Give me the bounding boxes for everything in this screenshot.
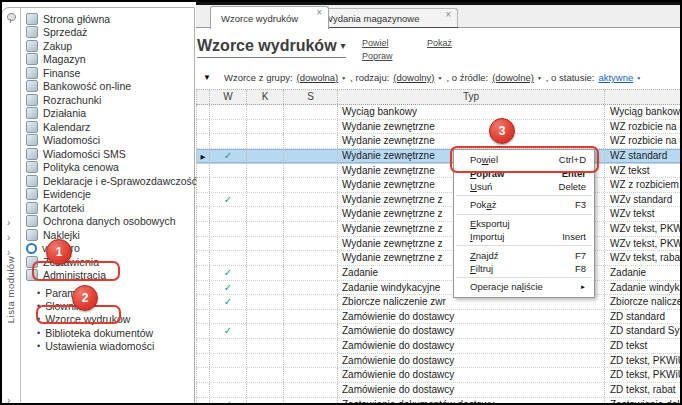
cell-s (284, 295, 338, 309)
sidebar-item-bankowosc-on-line[interactable]: Bankowość on-line (21, 80, 197, 94)
caret-down-icon: ▼ (438, 75, 443, 81)
cell-w: ✓ (210, 266, 247, 280)
table-row[interactable]: ✓ Zestawienie dokumentów dostawy Zestawi… (196, 398, 682, 405)
sidebar-subitem-slowniki[interactable]: • Słowniki (21, 299, 197, 312)
check-icon: ✓ (224, 267, 232, 278)
cell-typ: Zamówienie do dostawcy (338, 324, 605, 338)
filter-funnel-icon[interactable]: ▼ (203, 73, 211, 82)
filter-value-status[interactable]: aktywne▼ (598, 72, 641, 83)
table-row[interactable]: Wydanie zewnętrzne z WZv tekst, rabat (196, 251, 682, 266)
sidebar-item-vendero[interactable]: vendero (21, 242, 197, 256)
column-header-indicator[interactable] (196, 90, 210, 104)
personal-data-protection-icon (26, 215, 38, 227)
pin-icon[interactable] (7, 13, 16, 21)
cell-s (284, 178, 338, 192)
table-row[interactable]: Zamówienie do dostawcy ZD tekst, PKWiU (196, 368, 682, 383)
sidebar-subitem-wzorce-wydrukow[interactable]: • Wzorce wydruków (21, 313, 197, 326)
table-row[interactable]: ▶ ✓ Wydanie zewnętrzne WZ standard (196, 149, 682, 164)
menu-item-eksportuj[interactable]: Eksportuj (454, 217, 594, 230)
caret-down-icon: ▼ (636, 75, 641, 81)
table-row[interactable]: Wydanie zewnętrzne z WZv tekst, PKWi (196, 222, 682, 237)
menu-item-popraw[interactable]: Popraw Enter (454, 166, 594, 179)
table-row[interactable]: Zamówienie do dostawcy ZD tekst, rabat (196, 383, 682, 398)
sidebar-item-wiadomosci[interactable]: Wiadomości (21, 134, 197, 148)
menu-item-usun[interactable]: Usuń Delete (454, 180, 594, 193)
sidebar-item-ochrona-danych[interactable]: Ochrona danych osobowych (21, 215, 197, 229)
cell-k (247, 164, 284, 178)
cell-k (247, 207, 284, 221)
sidebar-subitem-parametry[interactable]: • Parametry (21, 286, 197, 299)
sidebar-item-strona-glowna[interactable]: Strona główna (21, 12, 197, 26)
table-row[interactable]: Zamówienie do dostawcy ZD tekst, PKWiU (196, 354, 682, 369)
cell-name: ZD standard Sym (605, 324, 682, 338)
column-header-s[interactable]: S (284, 90, 338, 104)
filter-value-rodzaj[interactable]: (dowolny)▼ (393, 72, 442, 83)
pokaz-link[interactable]: Pokaż (427, 38, 452, 48)
sidebar-item-deklaracje[interactable]: Deklaracje i e-Sprawozdawczość (21, 174, 197, 188)
filter-value-grupa[interactable]: (dowolna)▼ (297, 72, 347, 83)
column-header-w[interactable]: W (210, 90, 247, 104)
table-row[interactable]: Zamówienie do dostawcy ZD tekst (196, 339, 682, 354)
table-row[interactable]: Wydanie zewnętrzne WZ rozbicie na do (196, 120, 682, 135)
menu-item-importuj[interactable]: Importuj Insert (454, 230, 594, 243)
column-header-k[interactable]: K (247, 90, 284, 104)
table-row[interactable]: ✓ Zadanie windykacyjne Zadanie windykac (196, 281, 682, 296)
cell-s (284, 310, 338, 324)
sidebar-item-dzialania[interactable]: Działania (21, 107, 197, 121)
sidebar-subitem-biblioteka-dokumentow[interactable]: • Biblioteka dokumentów (21, 326, 197, 339)
sidebar-item-zakup[interactable]: Zakup (21, 39, 197, 53)
menu-item-znajdz[interactable]: Znajdź F7 (454, 248, 594, 261)
sidebar-item-administracja[interactable]: Administracja (21, 269, 197, 283)
cell-name: ZD tekst (605, 339, 682, 353)
sidebar-subitem-label: Wzorce wydruków (45, 313, 130, 325)
sidebar-item-sprzedaz[interactable]: Sprzedaż (21, 26, 197, 40)
sidebar-item-ewidencje[interactable]: Ewidencje (21, 188, 197, 202)
sidebar-item-label: Kartoteki (43, 202, 84, 214)
chevron-right-icon: › (7, 396, 10, 405)
sidebar-item-zestawienia[interactable]: Zestawienia (21, 255, 197, 269)
close-icon[interactable]: × (316, 7, 322, 19)
sidebar-item-kartoteki[interactable]: Kartoteki (21, 201, 197, 215)
cell-k (247, 251, 284, 265)
sidebar-item-label: Administracja (43, 269, 106, 281)
filter-value-zrodlo[interactable]: (dowolne)▼ (492, 72, 542, 83)
sidebar-item-rozrachunki[interactable]: Rozrachunki (21, 93, 197, 107)
table-row[interactable]: Wydanie zewnętrzne WZ tekst (196, 164, 682, 179)
table-row[interactable]: ✓ Zamówienie do dostawcy ZD standard Sym (196, 324, 682, 339)
sidebar-subitem-ustawienia-wiadomosci[interactable]: • Ustawienia wiadomości (21, 340, 197, 353)
powiel-link[interactable]: Powiel (362, 38, 389, 48)
tab-wzorce-wydrukow[interactable]: Wzorce wydruków × (210, 6, 329, 29)
table-row[interactable]: Zamówienie do dostawcy ZD standard (196, 310, 682, 325)
sidebar-item-wiadomosci-sms[interactable]: Wiadomości SMS (21, 147, 197, 161)
sidebar-item-polityka-cenowa[interactable]: Polityka cenowa (21, 161, 197, 175)
sidebar-item-magazyn[interactable]: Magazyn (21, 53, 197, 67)
table-row[interactable]: Wyciąg bankowy Wyciąg bankowy (196, 105, 682, 120)
column-header-typ[interactable]: Typ (338, 90, 605, 104)
menu-item-pokaz[interactable]: Pokaż F3 (454, 198, 594, 211)
page-title[interactable]: Wzorce wydruków▾ (197, 37, 346, 58)
sidebar-item-kalendarz[interactable]: Kalendarz (21, 120, 197, 134)
cell-k (247, 193, 284, 207)
sidebar-item-naklejki[interactable]: Naklejki (21, 228, 197, 242)
table-row[interactable]: Wydanie zewnętrzne WZ z rozbiciem n (196, 178, 682, 193)
menu-item-operacje-na-liscie[interactable]: Operacje na liście ► (454, 280, 594, 293)
purchase-icon (26, 40, 38, 52)
table-row[interactable]: Wydanie zewnętrzne z WZv tekst, PKWi (196, 237, 682, 252)
popraw-link[interactable]: Popraw (362, 51, 393, 61)
sidebar-item-label: Ewidencje (43, 188, 91, 200)
tab-wydania-magazynowe[interactable]: Wydania magazynowe × (313, 8, 458, 27)
close-icon[interactable]: × (445, 9, 451, 21)
cell-k (247, 339, 284, 353)
table-row[interactable]: ✓ Zbiorcze naliczenie zwr Zbiorcze nalic… (196, 295, 682, 310)
table-row[interactable]: ✓ Zadanie Zadanie (196, 266, 682, 281)
table-row[interactable]: Wydanie zewnętrzne z WZv tekst (196, 207, 682, 222)
reports-icon (26, 256, 38, 268)
table-row[interactable]: Wydanie zewnętrzne WZ rozbicie na do (196, 134, 682, 149)
cell-k (247, 120, 284, 134)
menu-item-filtruj[interactable]: Filtruj F8 (454, 262, 594, 275)
table-row[interactable]: ✓ Wydanie zewnętrzne z WZv standard (196, 193, 682, 208)
menu-item-powiel[interactable]: Powiel Ctrl+D (454, 153, 594, 166)
check-icon: ✓ (224, 194, 232, 205)
sidebar-item-finanse[interactable]: Finanse (21, 66, 197, 80)
column-header-name[interactable] (605, 90, 682, 104)
